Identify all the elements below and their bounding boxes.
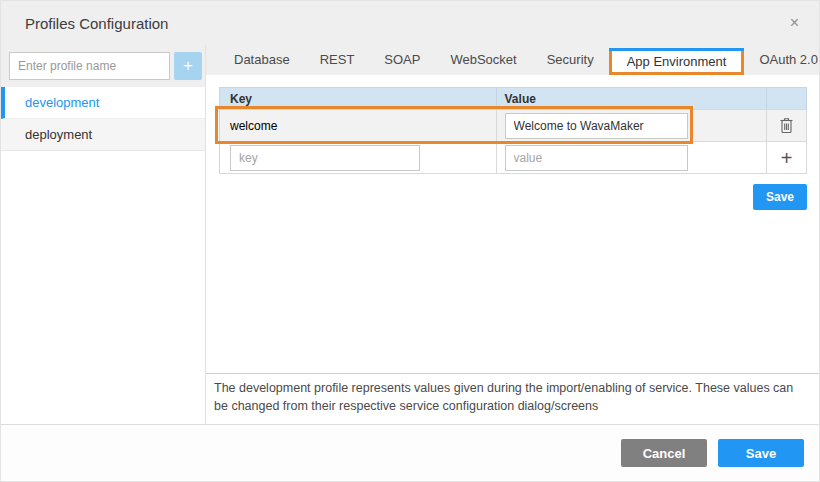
tab-rest[interactable]: REST bbox=[305, 45, 370, 75]
table-save-wrap: Save bbox=[219, 184, 807, 210]
profile-name-label: development bbox=[25, 95, 99, 110]
table-header-row: Key Value bbox=[220, 88, 807, 110]
new-value-input[interactable] bbox=[505, 145, 688, 171]
profiles-configuration-dialog: Profiles Configuration × + development d… bbox=[0, 0, 820, 482]
delete-row-button[interactable] bbox=[779, 117, 794, 134]
tab-content: Key Value welcome bbox=[206, 75, 819, 373]
dialog-title: Profiles Configuration bbox=[25, 15, 168, 32]
value-input[interactable] bbox=[505, 113, 688, 139]
sidebar-item-development[interactable]: development bbox=[1, 87, 205, 119]
save-button[interactable]: Save bbox=[718, 439, 804, 467]
tab-websocket[interactable]: WebSocket bbox=[435, 45, 531, 75]
profiles-sidebar: + development deployment bbox=[1, 45, 206, 424]
new-key-cell bbox=[220, 142, 497, 173]
table-row-welcome: welcome bbox=[220, 110, 807, 142]
value-cell bbox=[497, 110, 768, 141]
key-cell: welcome bbox=[220, 110, 497, 141]
table-row-new: + bbox=[220, 142, 807, 174]
dialog-header: Profiles Configuration × bbox=[1, 1, 819, 45]
key-value-table: Key Value welcome bbox=[219, 87, 807, 174]
dialog-footer: Cancel Save bbox=[1, 424, 819, 481]
cancel-button[interactable]: Cancel bbox=[621, 439, 707, 467]
profile-name-label: deployment bbox=[25, 127, 92, 142]
row-actions-cell: + bbox=[767, 142, 807, 173]
new-key-input[interactable] bbox=[230, 145, 420, 171]
main-panel: Database REST SOAP WebSocket Security Ap… bbox=[206, 45, 819, 424]
tab-soap[interactable]: SOAP bbox=[369, 45, 435, 75]
actions-column-header bbox=[767, 88, 807, 109]
table-save-button[interactable]: Save bbox=[753, 184, 807, 210]
new-value-cell bbox=[497, 142, 768, 173]
row-actions-cell bbox=[767, 110, 807, 141]
profile-description: The development profile represents value… bbox=[206, 373, 819, 425]
profile-name-input[interactable] bbox=[9, 52, 170, 80]
tab-oauth2[interactable]: OAuth 2.0 bbox=[744, 45, 820, 75]
tab-app-environment[interactable]: App Environment bbox=[609, 48, 745, 75]
add-profile-button[interactable]: + bbox=[174, 52, 202, 80]
value-column-header: Value bbox=[497, 88, 768, 109]
tab-security[interactable]: Security bbox=[532, 45, 609, 75]
trash-icon bbox=[779, 117, 794, 134]
tab-database[interactable]: Database bbox=[219, 45, 305, 75]
profile-add-row: + bbox=[1, 45, 205, 87]
add-row-icon[interactable]: + bbox=[781, 148, 793, 168]
service-tabbar: Database REST SOAP WebSocket Security Ap… bbox=[206, 45, 819, 75]
close-icon[interactable]: × bbox=[790, 15, 799, 31]
key-column-header: Key bbox=[220, 88, 497, 109]
dialog-body: + development deployment Database REST S… bbox=[1, 45, 819, 424]
sidebar-item-deployment[interactable]: deployment bbox=[1, 119, 205, 151]
